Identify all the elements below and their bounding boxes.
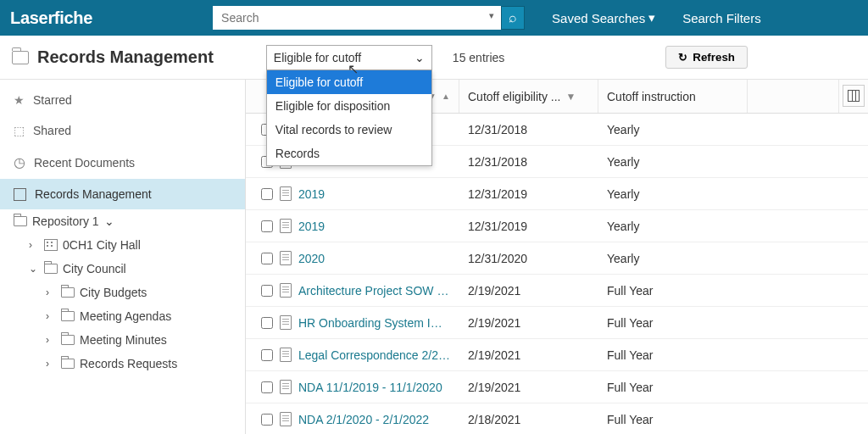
row-checkbox[interactable] — [261, 317, 273, 329]
refresh-button[interactable]: Refresh — [665, 46, 748, 69]
table-row[interactable]: 201912/31/2019Yearly — [246, 210, 868, 242]
table-row[interactable]: NDA 2/1/2020 - 2/1/20222/18/2021Full Yea… — [246, 403, 868, 434]
cell-date: 12/31/2019 — [459, 220, 598, 233]
entry-link[interactable]: NDA 2/1/2020 - 2/1/2022 — [298, 413, 429, 426]
tree-item[interactable]: ⌄City Council — [0, 257, 245, 281]
entry-link[interactable]: 2020 — [298, 252, 325, 265]
cell-instr: Full Year — [598, 413, 748, 426]
folder-icon — [61, 359, 75, 369]
clock-icon — [14, 154, 25, 170]
entry-link[interactable]: Legal Correspondence 2/20... — [298, 348, 451, 362]
table-row[interactable]: Architecture Project SOW 7/...2/19/2021F… — [246, 275, 868, 307]
tree-item[interactable]: ›Meeting Minutes — [0, 328, 245, 352]
row-checkbox[interactable] — [261, 414, 273, 426]
cell-date: 12/31/2018 — [459, 123, 598, 136]
refresh-icon — [678, 51, 687, 64]
cell-instr: Yearly — [598, 252, 748, 265]
row-checkbox[interactable] — [261, 285, 273, 297]
cell-date: 12/31/2018 — [459, 155, 598, 169]
col-blank — [748, 80, 839, 113]
columns-config-button[interactable] — [843, 85, 865, 107]
tree-item[interactable]: ›Records Requests — [0, 352, 245, 376]
filter-icon: ▼ — [565, 91, 576, 103]
entry-link[interactable]: NDA 11/1/2019 - 11/1/2020 — [298, 381, 442, 394]
folder-icon — [12, 51, 29, 64]
document-icon — [280, 219, 292, 233]
filter-option[interactable]: Eligible for disposition — [267, 94, 431, 118]
sidebar-item-recent[interactable]: Recent Documents — [0, 146, 245, 179]
folder-icon — [14, 216, 27, 226]
entry-link[interactable]: HR Onboarding System Imp... — [298, 316, 451, 330]
sidebar-item-starred[interactable]: Starred — [0, 85, 245, 115]
search-button[interactable] — [501, 6, 525, 30]
search-input[interactable] — [213, 6, 501, 30]
row-checkbox[interactable] — [261, 349, 273, 361]
building-icon — [44, 239, 58, 251]
cell-date: 2/19/2021 — [459, 316, 598, 330]
sidebar: Starred Shared Recent Documents Records … — [0, 80, 246, 434]
folder-icon — [61, 311, 75, 321]
share-icon — [14, 124, 25, 137]
tree-item[interactable]: ›City Budgets — [0, 281, 245, 304]
search-filters-link[interactable]: Search Filters — [682, 11, 761, 25]
refresh-label: Refresh — [693, 51, 735, 64]
tree-item[interactable]: ›Meeting Agendas — [0, 304, 245, 328]
row-checkbox[interactable] — [261, 188, 273, 200]
brand-logo: Laserfiche — [10, 8, 92, 28]
chevron-right-icon: › — [46, 287, 56, 298]
chevron-down-icon: ⌄ — [29, 263, 39, 275]
view-filter-menu: Eligible for cutoff Eligible for disposi… — [266, 70, 432, 166]
cell-date: 2/18/2021 — [459, 413, 598, 426]
chevron-down-icon: ⌄ — [104, 214, 114, 228]
document-icon — [280, 315, 292, 330]
chevron-right-icon: › — [29, 239, 39, 251]
folder-icon — [61, 287, 75, 298]
col-cutoff-instr[interactable]: Cutoff instruction — [598, 80, 748, 113]
tree-repo[interactable]: Repository 1 ⌄ — [0, 209, 245, 233]
chevron-right-icon: › — [46, 310, 56, 322]
chevron-right-icon: › — [46, 334, 56, 346]
filter-option[interactable]: Records — [267, 142, 431, 165]
table-row[interactable]: 202012/31/2020Yearly — [246, 242, 868, 275]
table-row[interactable]: 201912/31/2019Yearly — [246, 178, 868, 210]
table-row[interactable]: NDA 11/1/2019 - 11/1/20202/19/2021Full Y… — [246, 371, 868, 403]
row-checkbox[interactable] — [261, 381, 273, 393]
document-icon — [280, 186, 292, 201]
columns-icon — [848, 90, 860, 102]
top-bar: Laserfiche Saved Searches▾ Search Filter… — [0, 0, 868, 36]
document-icon — [280, 412, 292, 426]
tree-item[interactable]: ›0CH1 City Hall — [0, 233, 245, 257]
page-title: Records Management — [37, 47, 214, 67]
entry-link[interactable]: Architecture Project SOW 7/... — [298, 284, 451, 298]
document-icon — [280, 348, 292, 362]
table-row[interactable]: HR Onboarding System Imp...2/19/2021Full… — [246, 307, 868, 339]
cell-instr: Full Year — [598, 381, 748, 394]
folder-icon — [61, 335, 75, 345]
filter-option[interactable]: Vital records to review — [267, 118, 431, 142]
chevron-down-icon: ▾ — [648, 10, 655, 25]
document-icon — [280, 380, 292, 394]
cell-date: 2/19/2021 — [459, 284, 598, 298]
document-icon — [280, 283, 292, 298]
cell-date: 12/31/2019 — [459, 187, 598, 201]
cell-instr: Full Year — [598, 348, 748, 362]
entry-link[interactable]: 2019 — [298, 187, 325, 201]
cell-date: 2/19/2021 — [459, 381, 598, 394]
saved-searches-link[interactable]: Saved Searches▾ — [552, 10, 655, 25]
entry-link[interactable]: 2019 — [298, 220, 325, 233]
cell-date: 12/31/2020 — [459, 252, 598, 265]
table-row[interactable]: Legal Correspondence 2/20...2/19/2021Ful… — [246, 339, 868, 371]
col-cutoff-date[interactable]: Cutoff eligibility ...▼ — [459, 80, 598, 113]
chevron-down-icon: ⌄ — [415, 51, 425, 64]
sidebar-item-shared[interactable]: Shared — [0, 115, 245, 146]
cell-date: 2/19/2021 — [459, 348, 598, 362]
cell-instr: Full Year — [598, 284, 748, 298]
cell-instr: Yearly — [598, 123, 748, 136]
cell-instr: Yearly — [598, 187, 748, 201]
cursor-icon: ↖ — [348, 61, 359, 77]
row-checkbox[interactable] — [261, 220, 273, 232]
sort-icon: ▲ — [442, 92, 450, 101]
search-input-wrap — [213, 6, 501, 30]
row-checkbox[interactable] — [261, 253, 273, 264]
sidebar-item-records[interactable]: Records Management — [0, 179, 245, 209]
